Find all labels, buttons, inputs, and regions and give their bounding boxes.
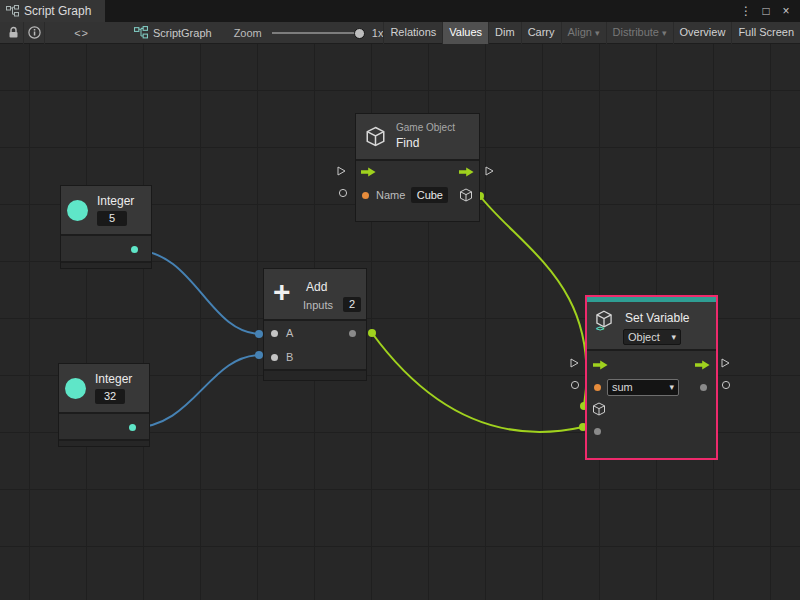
name-value-field[interactable]: Cube — [411, 187, 448, 203]
graph-name: ScriptGraph — [153, 27, 212, 39]
variable-name-dropdown[interactable]: sum ▾ — [607, 379, 679, 396]
lock-icon — [8, 26, 19, 39]
scope-value: Object — [628, 331, 660, 343]
value-out-port-outline[interactable] — [721, 380, 731, 390]
node-title: Integer — [97, 194, 134, 208]
node-title: Find — [396, 136, 419, 150]
node-set-variable[interactable]: <> Set Variable Object ▾ — [585, 295, 718, 460]
toolbar-button-carry[interactable]: Carry — [521, 22, 561, 44]
sum-output-port[interactable] — [349, 330, 356, 337]
graph-breadcrumb[interactable]: ScriptGraph — [134, 26, 212, 39]
variable-name-value: sum — [612, 381, 633, 393]
wire-find-to-setvariable-object[interactable] — [480, 196, 587, 406]
toolbar-button-values[interactable]: Values — [442, 22, 488, 44]
wire-end-dot — [368, 329, 376, 337]
value-in-port-outline[interactable] — [570, 380, 580, 390]
inputs-label: Inputs — [303, 299, 333, 311]
node-title: Add — [306, 280, 327, 294]
tab-script-graph[interactable]: Script Graph — [0, 0, 105, 22]
dropdown-arrow-icon: ▾ — [669, 382, 674, 392]
control-out-arrow-icon[interactable] — [695, 360, 710, 370]
variable-name-row: sum ▾ — [587, 376, 716, 398]
control-port-row — [356, 161, 479, 183]
node-footer — [59, 439, 149, 446]
toolbar-button-relations[interactable]: Relations — [383, 22, 442, 44]
code-icon: <> — [74, 27, 89, 39]
input-a-label: A — [286, 327, 293, 339]
code-view-button[interactable]: <> — [67, 22, 96, 44]
node-title: Integer — [95, 372, 132, 386]
toolbar-toggle-group: Relations Values Dim Carry Align▾ Distri… — [383, 22, 800, 44]
gameobject-cube-icon — [365, 126, 386, 147]
integer-type-icon — [67, 200, 88, 221]
node-integer-32[interactable]: Integer 32 — [58, 363, 150, 447]
window-close-icon[interactable]: × — [778, 4, 794, 18]
control-in-port-outline[interactable] — [570, 358, 579, 368]
code-badge: <> — [596, 324, 603, 333]
value-in-port-outline[interactable] — [338, 188, 348, 198]
gameobject-output-port[interactable] — [459, 188, 473, 202]
wire-end-dot — [255, 351, 263, 359]
input-a-row: A — [264, 321, 366, 345]
control-in-arrow-icon[interactable] — [593, 360, 608, 370]
integer-value-field[interactable]: 32 — [95, 389, 125, 404]
graph-canvas[interactable]: Integer 5 Integer 32 — [0, 44, 800, 600]
toolbar-button-distribute[interactable]: Distribute▾ — [606, 22, 673, 44]
tab-title: Script Graph — [24, 4, 91, 18]
toolbar-button-dim[interactable]: Dim — [488, 22, 521, 44]
dropdown-arrow-icon: ▾ — [671, 332, 676, 342]
wire-end-dot — [255, 330, 263, 338]
window-menu-icon[interactable]: ⋮ — [738, 4, 754, 18]
lock-button[interactable] — [3, 22, 24, 44]
control-in-arrow-icon[interactable] — [361, 167, 376, 177]
param-label: Name — [376, 189, 405, 201]
output-value-port[interactable] — [700, 384, 707, 391]
toolbar-button-overview[interactable]: Overview — [673, 22, 732, 44]
toolbar-button-fullscreen[interactable]: Full Screen — [731, 22, 800, 44]
node-integer-5[interactable]: Integer 5 — [60, 185, 152, 269]
info-button[interactable] — [24, 22, 45, 44]
node-title: Set Variable — [625, 311, 689, 325]
control-out-port-outline[interactable] — [485, 166, 494, 176]
zoom-slider[interactable] — [272, 26, 364, 40]
dropdown-arrow-icon: ▾ — [595, 28, 600, 38]
zoom-value: 1x — [372, 27, 384, 39]
add-icon: + — [273, 270, 291, 314]
input-b-port[interactable] — [271, 354, 278, 361]
node-footer — [61, 261, 151, 268]
node-add[interactable]: + Add Inputs 2 A B — [263, 268, 367, 381]
titlebar: Script Graph ⋮ □ × — [0, 0, 800, 22]
node-footer — [264, 369, 366, 380]
window-maximize-icon[interactable]: □ — [758, 4, 774, 18]
set-variable-icon: <> — [595, 310, 613, 330]
node-gameobject-find[interactable]: Game Object Find Name Cube — [355, 113, 480, 222]
distribute-label: Distribute — [613, 26, 659, 38]
variable-scope-dropdown[interactable]: Object ▾ — [623, 329, 681, 345]
wire-integer32-to-add-b[interactable] — [131, 355, 261, 428]
wire-integer5-to-add-a[interactable] — [133, 250, 261, 334]
name-input-port[interactable] — [362, 192, 369, 199]
toolbar-button-align[interactable]: Align▾ — [561, 22, 606, 44]
object-target-row — [587, 398, 716, 420]
value-input-port[interactable] — [594, 428, 601, 435]
input-a-port[interactable] — [271, 330, 278, 337]
value-input-row — [587, 420, 716, 442]
control-out-arrow-icon[interactable] — [459, 167, 474, 177]
zoom-slider-knob[interactable] — [354, 28, 365, 39]
align-label: Align — [568, 26, 592, 38]
input-b-label: B — [286, 351, 293, 363]
zoom-slider-track — [272, 32, 364, 34]
window-controls: ⋮ □ × — [738, 0, 800, 22]
control-out-port-outline[interactable] — [721, 358, 730, 368]
control-port-row — [587, 354, 716, 376]
variable-name-port[interactable] — [594, 384, 601, 391]
object-target-port[interactable] — [592, 402, 606, 416]
integer-value-field[interactable]: 5 — [97, 211, 127, 226]
integer-output-port[interactable] — [129, 424, 136, 431]
wire-add-to-setvariable-value[interactable] — [372, 333, 583, 432]
zoom-label: Zoom — [234, 27, 262, 39]
control-in-port-outline[interactable] — [337, 166, 346, 176]
input-b-row: B — [264, 345, 366, 369]
integer-output-port[interactable] — [131, 246, 138, 253]
inputs-count-field[interactable]: 2 — [343, 297, 361, 312]
